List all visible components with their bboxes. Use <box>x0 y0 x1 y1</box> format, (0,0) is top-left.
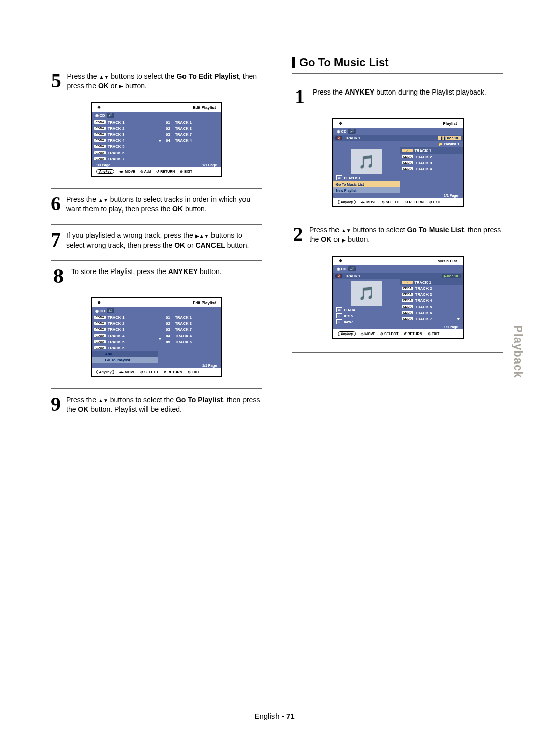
t: buttons to select the <box>109 72 176 80</box>
cdda-tag: CDDA <box>402 167 413 170</box>
add-menu-item: Add <box>92 351 158 357</box>
t: TRACK 3 <box>415 292 432 297</box>
music-tag: ♪ <box>402 149 413 152</box>
t: Go To Music List <box>299 56 389 69</box>
t: button. <box>198 267 222 276</box>
context-row: ◉ CD🔊 <box>92 307 221 314</box>
title: Music List <box>437 259 457 263</box>
up-down-icon: ▲▼ <box>99 74 109 81</box>
return-hint: ↺ RETURN <box>164 370 182 374</box>
anykey-pill: Anykey <box>96 370 115 374</box>
disc-icon: ◉ <box>337 129 340 134</box>
t: TRACK 4 <box>415 298 432 303</box>
t: Go To Music List <box>407 226 464 234</box>
t: TRACK 1 <box>175 315 192 320</box>
now-playing-strip: 🔇 TRACK 1 ❚❚ 02 : 10 <box>333 135 463 141</box>
page: 5 Press the ▲▼ buttons to select the Go … <box>0 0 549 756</box>
rule <box>51 425 262 425</box>
cdda-tag: CDDA <box>94 133 106 136</box>
step-number: 5 <box>51 71 62 91</box>
t: SELECT <box>386 200 400 204</box>
t: 1/1 Page <box>202 163 217 167</box>
cdda-tag: CDDA <box>94 316 106 319</box>
t: TRACK 6 <box>175 340 192 344</box>
t: button during the Playlist playback. <box>374 88 486 96</box>
t: MOVE <box>125 370 135 374</box>
music-tag: ♪ <box>402 281 413 284</box>
anykey-pill: Anykey <box>338 331 356 336</box>
t: TRACK 7 <box>415 317 432 321</box>
t: EXIT <box>184 170 192 173</box>
track-elapsed: ◷04:57 <box>333 319 400 325</box>
now-playing-strip: 🔇 TRACK 1 ▶ 02 : 10 <box>333 273 463 279</box>
page-indicator: 1/3 Page <box>333 325 463 329</box>
legend-bar: Anykey ◂▸ MOVE ⊙ SELECT ↺ RETURN ⊖ EXIT <box>333 198 463 206</box>
t: TRACK 4 <box>415 167 432 171</box>
step-5: 5 Press the ▲▼ buttons to select the Go … <box>51 71 262 91</box>
speaker-icon: 🔊 <box>107 308 114 313</box>
t: 04:57 <box>344 320 353 324</box>
t: TRACK 4 <box>175 334 192 338</box>
cdda-tag: CDDA <box>94 334 106 337</box>
step-number: 7 <box>51 230 61 250</box>
t: CD <box>100 309 105 313</box>
music-note-icon: 🎵 <box>351 281 382 306</box>
t: CANCEL <box>195 241 225 249</box>
t: TRACK 5 <box>415 305 432 309</box>
step-9: 9 Press the ▲▼ buttons to select the Go … <box>51 388 262 414</box>
t: TRACK 6 <box>415 311 432 315</box>
t: If you playlisted a wrong track, press t… <box>66 231 195 239</box>
page-indicator: 1/1 Page <box>92 363 221 368</box>
page-footer: English - 71 <box>0 712 549 720</box>
note-icon: ♪ <box>336 313 342 318</box>
t: CD-DA <box>344 308 356 312</box>
t: 02 <box>164 321 172 326</box>
t: buttons to select the <box>108 396 176 404</box>
cdda-tag: CDDA <box>94 151 106 154</box>
t: TRACK 7 <box>108 157 125 161</box>
legend-bar: Anykey ◇ MOVE ⊙ SELECT ↺ RETURN ⊖ EXIT <box>333 329 463 338</box>
t: MOVE <box>364 332 375 336</box>
screen-body: CDDATRACK 1 CDDATRACK 2 CDDATRACK 3 CDDA… <box>92 119 221 163</box>
rule <box>292 352 503 353</box>
cdda-tag: CDDA <box>402 155 413 158</box>
t: TRACK 7 <box>175 132 192 137</box>
t: buttons to select <box>351 226 407 234</box>
cdda-tag: CDDA <box>94 127 106 130</box>
left-track-list: CDDATRACK 1 CDDATRACK 2 CDDATRACK 3 CDDA… <box>92 314 158 363</box>
step-number: 8 <box>51 266 66 286</box>
right-selected-list: 01TRACK 1 02TRACK 3 03TRACK 7 04TRACK 4 … <box>162 314 223 363</box>
up-down-icon: ▲▼ <box>98 197 108 204</box>
scroll-arrow: ▼ <box>158 314 162 363</box>
t: TRACK 2 <box>108 321 125 326</box>
t: MOVE <box>125 170 135 173</box>
screen: ❖ Playlist ◉ CD🔊 🔇 TRACK 1 ❚❚ 02 : 10 …📁… <box>332 118 464 207</box>
t: CD <box>341 129 347 134</box>
t: EXIT <box>433 200 441 204</box>
t: TRACK 3 <box>175 321 192 326</box>
t: RETURN <box>409 200 424 204</box>
t: Press the <box>66 195 98 203</box>
t: 03 <box>164 327 172 332</box>
cdda-folder: ▭CD-DA <box>333 307 400 313</box>
disc-icon: ◉ <box>337 267 340 271</box>
folder-icon: ▭ <box>336 175 342 180</box>
step-number: 9 <box>51 394 61 414</box>
diamond-icon: ❖ <box>339 121 342 126</box>
music-note-icon: 🎵 <box>351 149 382 174</box>
screen-body: CDDATRACK 1 CDDATRACK 2 CDDATRACK 3 CDDA… <box>92 314 221 363</box>
exit-hint: ⊖ EXIT <box>429 200 441 204</box>
t: button. <box>225 241 249 249</box>
diamond-icon: ❖ <box>97 105 101 110</box>
right-track-list: ♪TRACK 1 CDDATRACK 2 CDDATRACK 3 CDDATRA… <box>400 147 463 193</box>
t: TRACK 2 <box>415 286 432 291</box>
sub-header: …📁 Playlist 1 <box>333 141 463 147</box>
select-hint: ⊙ SELECT <box>140 370 159 374</box>
scroll-arrow: ▼ <box>158 119 162 163</box>
t: or <box>109 82 119 90</box>
speaker-icon: 🔊 <box>348 129 356 134</box>
step-2: 2 Press the ▲▼ buttons to select Go To M… <box>292 219 503 245</box>
step-text: If you playlisted a wrong track, press t… <box>66 230 262 250</box>
t: TRACK 4 <box>108 334 125 338</box>
screen-title-bar: ❖ Edit Playlist <box>92 298 221 307</box>
